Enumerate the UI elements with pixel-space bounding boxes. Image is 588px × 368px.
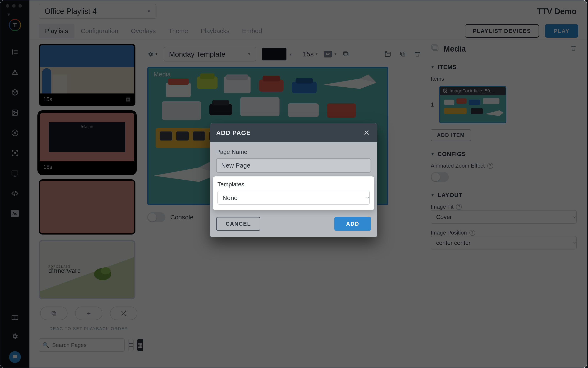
modal-title: ADD PAGE: [216, 129, 251, 137]
page-name-input[interactable]: [216, 158, 371, 173]
modal-body: Page Name Templates None: [210, 142, 377, 213]
modal-close-button[interactable]: ✕: [362, 128, 371, 138]
modal-cancel-button[interactable]: CANCEL: [216, 217, 260, 231]
templates-select[interactable]: None: [218, 191, 370, 205]
modal-footer: CANCEL ADD: [210, 213, 377, 237]
app-window: T: [0, 0, 587, 368]
add-page-modal: ADD PAGE ✕ Page Name Templates None CANC…: [210, 123, 377, 237]
page-name-label: Page Name: [216, 149, 371, 155]
templates-card: Templates None: [213, 176, 374, 210]
templates-label: Templates: [218, 181, 370, 188]
modal-header: ADD PAGE ✕: [210, 123, 377, 142]
modal-add-button[interactable]: ADD: [334, 217, 371, 231]
